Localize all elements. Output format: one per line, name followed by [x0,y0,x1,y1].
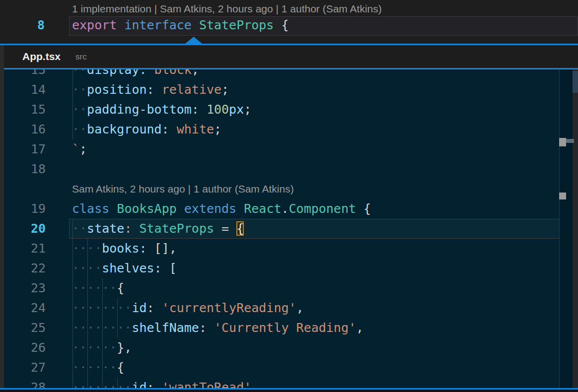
code-text: ··padding-bottom: 100px; [72,100,251,120]
line-number-28[interactable]: 28 [4,378,46,388]
token-val: white [177,122,214,136]
code-line-24[interactable]: 24········id: 'currentlyReading', [4,298,559,318]
token-punc: : [147,301,154,315]
token-punc: . [282,201,289,216]
token-kw: extends [184,201,236,216]
line-number-15[interactable]: 15 [4,100,46,120]
line-number-20[interactable]: 20 [4,219,46,239]
code-line-23[interactable]: 23······{ [4,278,559,298]
codelens-implementations[interactable]: 1 implementation | Sam Atkins, 2 hours a… [72,1,382,17]
code-line-14[interactable]: 14··position: relative; [4,80,559,100]
codelens-authors[interactable]: Sam Atkins, 2 hours ago | 1 author (Sam … [72,179,578,199]
code-line-26[interactable]: 26······}, [4,338,559,358]
token-ws: ·· [72,102,87,117]
token-type: StateProps [199,18,274,32]
line-number-22[interactable]: 22 [4,259,46,278]
token-type: StateProps [140,221,215,236]
scrollbar-track[interactable] [573,69,578,388]
code-line-15[interactable]: 15··padding-bottom: 100px; [4,100,559,120]
token-punc [117,18,124,32]
line-number-13[interactable]: 13 [4,69,46,80]
code-line-25[interactable]: 25········shelfName: 'Currently Reading'… [4,318,559,338]
line-number-19[interactable]: 19 [4,199,46,219]
line-number-16[interactable]: 16 [4,120,46,139]
token-punc [199,102,207,117]
token-punc: [ [162,261,177,275]
token-punc: : [139,241,146,256]
line-number-18[interactable]: 18 [4,159,46,179]
scrollbar-thumb[interactable] [573,71,578,93]
code-line-18[interactable]: 18 [4,159,559,179]
token-ws: ·· [72,69,87,77]
token-warm: : [124,221,132,236]
peek-arrow [185,37,202,44]
line-number-26[interactable]: 26 [4,338,46,358]
token-punc: ; [192,69,199,77]
overview-ruler [560,69,573,388]
code-line-27[interactable]: 27······{ [4,358,559,378]
line-number-27[interactable]: 27 [4,358,46,378]
token-punc: , [356,321,363,335]
code-line-16[interactable]: 16··background: white; [4,120,559,139]
line-number-23[interactable]: 23 [4,278,46,298]
vscode-editor-window: 1 implementation | Sam Atkins, 2 hours a… [0,0,578,392]
code-line-20[interactable]: 20··state: StateProps = { [4,219,559,239]
token-punc: : [147,380,154,388]
token-ws: ·· [72,221,87,236]
code-text: ······}, [72,338,132,358]
token-type: React [244,201,281,216]
code-text: ··position: relative; [72,80,229,100]
code-line-8[interactable]: 8 export interface StateProps { [0,15,578,35]
token-punc: { [117,360,124,375]
code-text: `; [72,139,87,159]
token-ws: ······ [72,360,117,375]
line-number-17[interactable]: 17 [4,139,46,159]
token-punc: ; [214,122,221,136]
token-punc: , [296,301,304,315]
token-ws: ·· [72,82,87,97]
token-prop: px [229,102,244,117]
code-text: ··state: StateProps = { [72,219,244,239]
token-punc [109,201,117,216]
code-line-21[interactable]: 21····books: [], [4,239,559,259]
token-punc: { [117,281,124,295]
code-text: ········id: 'currentlyReading', [72,298,304,318]
token-ws: ······ [72,281,117,295]
token-kw: class [72,201,109,216]
code-line-13[interactable]: 13··display: block; [4,69,559,80]
peek-left-margin [0,45,4,390]
code-line-17[interactable]: 17`; [4,139,559,159]
code-line-19[interactable]: 19class BooksApp extends React.Component… [4,199,559,219]
token-type: BooksApp [117,201,176,216]
token-val: 'Currently Reading' [214,321,356,335]
token-punc: ; [79,142,87,156]
code-text: ······{ [72,278,124,298]
token-prop: display: [87,69,146,77]
token-prop: state [87,221,124,236]
token-punc [154,82,162,97]
line-number-14[interactable]: 14 [4,80,46,100]
line-number-21[interactable]: 21 [4,239,46,259]
code-text: ··background: white; [72,120,221,139]
token-prop: position: [87,82,154,97]
token-punc: { [356,201,371,216]
token-punc [169,122,177,136]
token-punc: : [154,261,162,275]
overview-marker-bar [566,139,574,143]
token-val: 'currentlyReading' [162,301,296,315]
code-line-22[interactable]: 22····shelves: [ [4,259,559,278]
token-ws: ···· [72,241,102,256]
peek-title-bar[interactable]: App.tsx src [0,45,578,68]
line-number-25[interactable]: 25 [4,318,46,338]
token-punc [132,221,139,236]
token-num: 100 [207,102,229,117]
code-text: ········id: 'wantToRead' [72,378,251,388]
line-number-8[interactable]: 8 [0,15,45,35]
line-number-24[interactable]: 24 [4,298,46,318]
token-ws: ···· [72,261,102,275]
peek-title-filename[interactable]: App.tsx [22,45,61,68]
peek-editor[interactable]: 13··display: block;14··position: relativ… [0,69,578,388]
code-line-28[interactable]: 28········id: 'wantToRead' [4,378,559,388]
editor-bottom-gap [0,390,578,392]
token-ws: ········ [72,321,132,335]
